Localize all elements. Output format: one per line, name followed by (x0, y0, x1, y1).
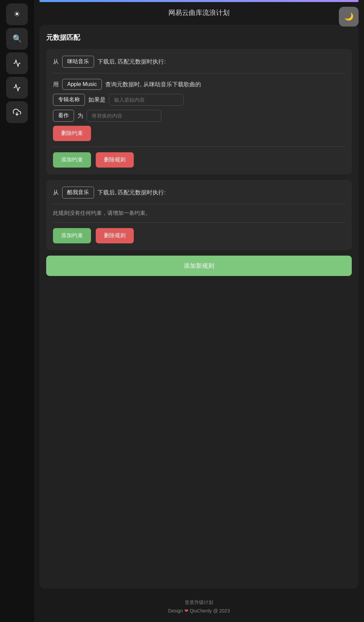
rule1-if-label: 如果是 (88, 96, 106, 104)
rule2-no-constraint-text: 此规则没有任何约束，请增加一条约束。 (53, 210, 345, 217)
footer-design-label: Design (168, 608, 183, 614)
rule2-source-row: 从 酷我音乐 下载后, 匹配元数据时执行: (53, 187, 345, 198)
rule1-add-constraint-button[interactable]: 添加约束 (53, 152, 91, 168)
rule1-actions: 添加约束 删除规则 (53, 152, 345, 168)
sidebar-item-theme[interactable]: ☀ (6, 3, 28, 25)
rule1-delete-constraint-row: 删除约束 (53, 126, 345, 141)
rule1-service-tag[interactable]: Apple Music (62, 79, 102, 90)
main-content: 网易云曲库流浪计划 🌙 元数据匹配 从 咪咕音乐 下载后, 匹配元数据时执行: … (34, 0, 364, 622)
rule1-delete-constraint-button[interactable]: 删除约束 (53, 126, 91, 141)
sidebar-item-search[interactable]: 🔍 (6, 28, 28, 50)
sidebar-item-chart1[interactable] (6, 52, 28, 74)
content-area: 元数据匹配 从 咪咕音乐 下载后, 匹配元数据时执行: 用 Apple Musi… (39, 25, 359, 589)
rule1-original-input[interactable] (109, 94, 184, 106)
sidebar-item-chart2[interactable] (6, 77, 28, 99)
rule1-use-label: 用 (53, 81, 59, 88)
rule-card-2: 从 酷我音乐 下载后, 匹配元数据时执行: 此规则没有任何约束，请增加一条约束。… (46, 180, 352, 250)
rule1-constraint-row-1: 用 Apple Music 查询元数据时, 从咪咕音乐下载歌曲的 (53, 79, 345, 90)
rule1-source-row: 从 咪咕音乐 下载后, 匹配元数据时执行: (53, 56, 345, 68)
footer-line1: 音质升级计划 (41, 598, 357, 607)
add-new-rule-button[interactable]: 添加新规则 (46, 256, 352, 276)
rule1-treat-tag[interactable]: 看作 (53, 110, 74, 122)
rule1-constraint-row-2: 专辑名称 如果是 (53, 94, 345, 106)
rule1-from-label: 从 (53, 58, 59, 66)
rule2-from-label: 从 (53, 189, 59, 196)
rule1-as-label: 为 (77, 112, 83, 120)
sidebar-item-download[interactable] (6, 101, 28, 123)
rule2-actions: 添加约束 删除规则 (53, 228, 345, 243)
rule2-source-tag[interactable]: 酷我音乐 (62, 187, 94, 198)
rule2-add-constraint-button[interactable]: 添加约束 (53, 228, 91, 243)
sidebar: ☀ 🔍 (0, 0, 34, 622)
rule1-constraint-row-3: 看作 为 (53, 110, 345, 122)
footer-heart: ❤ (184, 608, 188, 614)
section-title: 元数据匹配 (46, 33, 352, 42)
page-title: 网易云曲库流浪计划 (168, 8, 230, 17)
rule2-divider-2 (53, 222, 345, 223)
rule2-divider-1 (53, 204, 345, 204)
rule2-delete-rule-button[interactable]: 删除规则 (96, 228, 134, 243)
rule1-source-tag[interactable]: 咪咕音乐 (62, 56, 94, 68)
rule-card-1: 从 咪咕音乐 下载后, 匹配元数据时执行: 用 Apple Music 查询元数… (46, 49, 352, 174)
top-progress-bar (39, 0, 359, 2)
rule1-replace-input[interactable] (87, 110, 161, 122)
rule1-delete-rule-button[interactable]: 删除规则 (96, 152, 134, 168)
rule1-field-tag[interactable]: 专辑名称 (53, 94, 85, 106)
footer-line2: Design ❤ QiuChenly @ 2023 (41, 607, 357, 615)
footer: 音质升级计划 Design ❤ QiuChenly @ 2023 (34, 591, 364, 622)
rule1-after-download: 下载后, 匹配元数据时执行: (97, 58, 166, 66)
rule1-divider-2 (53, 146, 345, 147)
rule1-divider-1 (53, 73, 345, 73)
dark-mode-toggle[interactable]: 🌙 (339, 7, 359, 27)
rule2-after-download: 下载后, 匹配元数据时执行: (97, 189, 166, 196)
footer-author: QiuChenly @ 2023 (189, 608, 230, 614)
rule1-query-label: 查询元数据时, 从咪咕音乐下载歌曲的 (105, 81, 201, 88)
header: 网易云曲库流浪计划 🌙 (34, 3, 364, 22)
